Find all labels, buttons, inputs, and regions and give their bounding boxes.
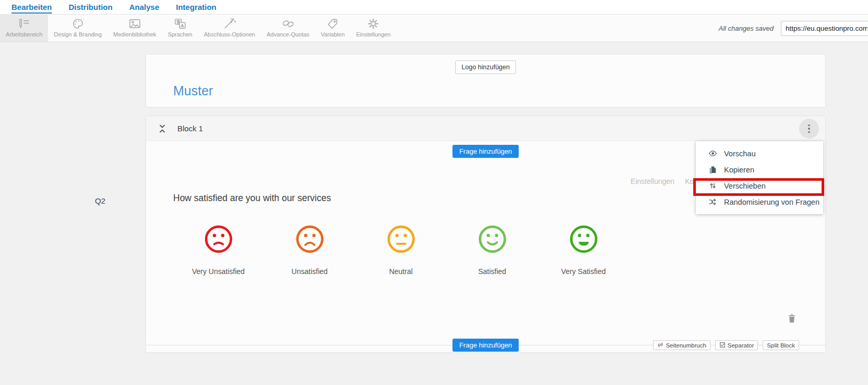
smiley-option-very-satisfied[interactable]: Very Satisfied	[538, 225, 629, 276]
chain-links-icon	[282, 17, 295, 30]
nav-tab-distribution[interactable]: Distribution	[61, 0, 121, 14]
smiley-option-satisfied[interactable]: Satisfied	[447, 225, 538, 276]
toolbar-items: Arbeitsbereich Design & Branding Medienb…	[0, 15, 396, 42]
palette-icon	[71, 17, 85, 30]
menu-item-vorschau[interactable]: Vorschau	[696, 145, 823, 162]
toolbar-item-advance-quotas[interactable]: Advance-Quotas	[261, 15, 315, 42]
smiley-options: Very Unsatisfied Unsatisfied Neutral Sat…	[173, 225, 629, 276]
toolbar-item-label: Medienbibliothek	[113, 31, 156, 38]
smiley-face-icon	[204, 225, 233, 254]
block-footer-chips: SeitenumbruchSeparatorSplit Block	[653, 340, 799, 350]
wand-icon	[223, 17, 236, 30]
toolbar-item-label: Variablen	[321, 31, 345, 38]
smiley-face-icon	[387, 225, 416, 254]
toolbar-item-medienbibliothek[interactable]: Medienbibliothek	[107, 15, 162, 42]
page-break-icon	[657, 342, 664, 349]
questionpro-survey-editor: BearbeitenDistributionAnalyseIntegration…	[0, 0, 868, 385]
tag-icon	[326, 17, 339, 30]
block-title: Block 1	[177, 124, 203, 133]
smiley-option-label: Satisfied	[478, 267, 507, 276]
toolbar-item-label: Arbeitsbereich	[6, 31, 42, 38]
chip-label: Split Block	[767, 342, 795, 349]
question-text[interactable]: How satisfied are you with our services	[173, 193, 331, 204]
smiley-face-icon	[569, 225, 598, 254]
eye-icon	[708, 149, 717, 158]
toolbar-item-einstellungen[interactable]: Einstellungen	[351, 15, 396, 42]
toolbar-item-variablen[interactable]: Variablen	[315, 15, 351, 42]
toolbar-item-abschluss-optionen[interactable]: Abschluss-Optionen	[198, 15, 261, 42]
smiley-option-label: Very Unsatisfied	[192, 267, 245, 276]
move-icon	[708, 181, 717, 190]
smiley-option-label: Neutral	[389, 267, 413, 276]
question-code: Q2	[95, 196, 105, 205]
toolbar-item-label: Einstellungen	[356, 31, 391, 38]
menu-item-label: Vorschau	[724, 150, 755, 158]
gear-icon	[367, 17, 380, 30]
survey-url-input[interactable]	[781, 21, 868, 36]
separator-checkbox-icon	[719, 342, 726, 349]
nav-tab-bearbeiten[interactable]: Bearbeiten	[3, 0, 61, 14]
copy-icon	[708, 165, 717, 174]
smiley-face-icon	[478, 225, 507, 254]
chip-label: Separator	[728, 342, 754, 349]
add-question-button-bottom[interactable]: Frage hinzufügen	[452, 339, 519, 352]
media-library-icon	[128, 17, 141, 30]
trash-icon	[786, 313, 798, 324]
menu-item-label: Verschieben	[724, 182, 766, 190]
add-question-button-top[interactable]: Frage hinzufügen	[452, 145, 519, 158]
block-header: Block 1	[146, 116, 825, 141]
top-nav: BearbeitenDistributionAnalyseIntegration	[0, 0, 868, 15]
languages-icon	[174, 17, 187, 30]
toolbar-item-label: Abschluss-Optionen	[204, 31, 255, 38]
question-settings-link[interactable]: Einstellungen	[631, 177, 674, 185]
question-copy-link-truncated[interactable]: Ko	[685, 177, 694, 185]
add-logo-button[interactable]: Logo hinzufügen	[455, 60, 516, 74]
chip-split-block[interactable]: Split Block	[763, 340, 799, 350]
chip-separator[interactable]: Separator	[715, 340, 758, 350]
smiley-option-neutral[interactable]: Neutral	[355, 225, 447, 276]
menu-item-kopieren[interactable]: Kopieren	[696, 162, 823, 178]
nav-tab-integration[interactable]: Integration	[167, 0, 225, 14]
toolbar-right: All changes saved	[718, 15, 868, 42]
smiley-option-unsatisfied[interactable]: Unsatisfied	[264, 225, 355, 276]
shuffle-icon	[708, 197, 717, 206]
nav-tabs: BearbeitenDistributionAnalyseIntegration	[3, 0, 225, 14]
chip-label: Seitenumbruch	[666, 342, 706, 349]
toolbar-item-sprachen[interactable]: Sprachen	[162, 15, 198, 42]
question-hover-links: Einstellungen Ko	[631, 177, 694, 185]
smiley-option-label: Unsatisfied	[292, 267, 328, 276]
menu-item-label: Randomisierung von Fragen	[724, 198, 819, 206]
workspace-icon	[18, 17, 31, 30]
smiley-face-icon	[295, 225, 324, 254]
menu-item-verschieben[interactable]: Verschieben	[696, 178, 823, 194]
toolbar-item-label: Sprachen	[168, 31, 192, 38]
smiley-option-very-unsatisfied[interactable]: Very Unsatisfied	[173, 225, 264, 276]
toolbar-item-label: Design & Branding	[54, 31, 102, 38]
delete-question-button[interactable]	[786, 313, 798, 324]
survey-header-card: Logo hinzufügen Muster	[146, 55, 825, 107]
toolbar-item-design-branding[interactable]: Design & Branding	[48, 15, 107, 42]
nav-tab-analyse[interactable]: Analyse	[121, 0, 168, 14]
menu-item-label: Kopieren	[724, 166, 754, 174]
block-menu-button[interactable]	[799, 119, 819, 139]
smiley-option-label: Very Satisfied	[561, 267, 606, 276]
ribbon-toolbar: Arbeitsbereich Design & Branding Medienb…	[0, 15, 868, 42]
chip-seitenumbruch[interactable]: Seitenumbruch	[653, 340, 710, 350]
block-context-menu: Vorschau Kopieren Verschieben Randomisie…	[696, 141, 823, 214]
menu-item-randomisierung-von-fragen[interactable]: Randomisierung von Fragen	[696, 194, 823, 210]
toolbar-item-label: Advance-Quotas	[267, 31, 309, 38]
collapse-block-icon[interactable]	[158, 124, 167, 133]
survey-title[interactable]: Muster	[173, 83, 213, 98]
toolbar-item-arbeitsbereich[interactable]: Arbeitsbereich	[0, 15, 48, 42]
save-status: All changes saved	[718, 24, 774, 32]
